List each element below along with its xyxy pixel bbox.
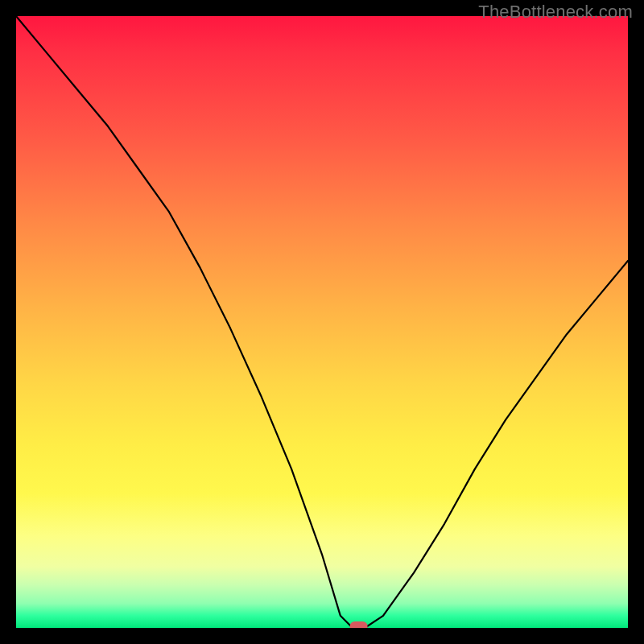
curve-layer [16,16,628,628]
plot-area [16,16,628,628]
watermark-text: TheBottleneck.com [478,2,633,23]
chart-frame: TheBottleneck.com [0,0,644,644]
bottleneck-curve-path [16,16,628,628]
optimum-marker [350,621,368,628]
